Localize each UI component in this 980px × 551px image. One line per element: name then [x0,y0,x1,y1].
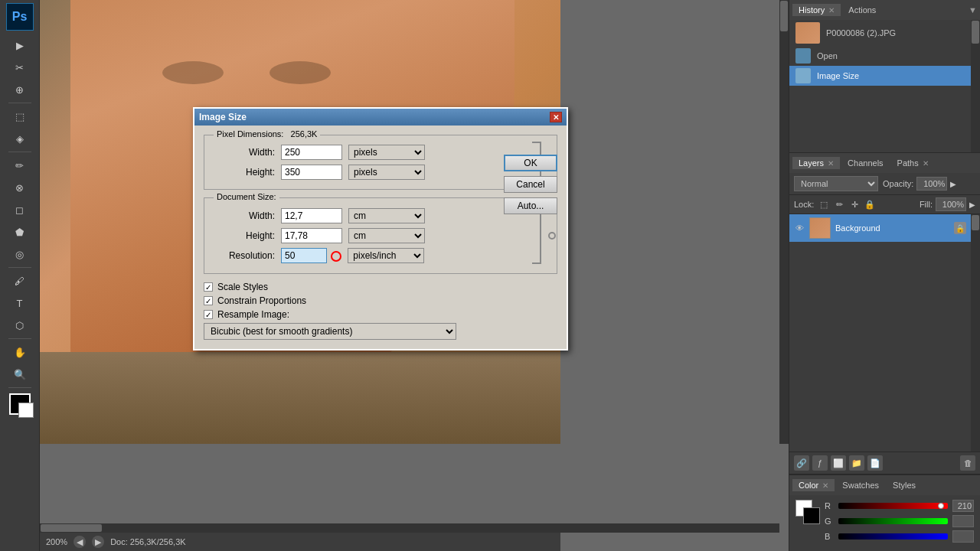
lock-move-icon[interactable]: ✛ [849,199,860,210]
shape-tool[interactable]: ⬡ [7,315,33,336]
swatches-tab[interactable]: Swatches [836,479,885,491]
dialog-close-button[interactable]: ✕ [550,112,562,122]
eraser-tool[interactable]: ◻ [7,199,33,220]
resample-image-checkbox[interactable] [204,310,213,319]
brush-tool[interactable]: ✏ [7,155,33,176]
lock-brush-icon[interactable]: ✏ [834,199,844,210]
resolution-input-wrapper [281,248,341,263]
history-imagesize-icon [795,68,811,83]
background-layer[interactable]: 👁 Background 🔒 [789,214,971,242]
lasso-tool[interactable]: ✂ [7,57,33,78]
canvas-hscrollbar-thumb[interactable] [41,524,102,532]
clone-tool[interactable]: ⊗ [7,177,33,198]
hand-tool[interactable]: ✋ [7,341,33,363]
cancel-button[interactable]: Cancel [504,176,557,193]
color-tab-close[interactable]: ✕ [822,481,828,490]
text-tool[interactable]: T [7,292,33,314]
history-vscrollbar-thumb[interactable] [972,21,979,44]
color-panel-tabs: Color ✕ Swatches Styles [789,475,980,495]
doc-height-unit[interactable]: cm inches mm [348,228,425,243]
color-g-slider[interactable] [838,518,948,524]
color-g-value[interactable] [952,515,974,527]
pixel-height-unit[interactable]: pixels percent [348,165,425,180]
history-tab[interactable]: History ✕ [792,4,841,16]
color-b-value[interactable] [952,530,974,543]
color-g-row: G [825,515,974,527]
panel-menu-icon[interactable]: ▼ [969,5,977,15]
blur-tool[interactable]: ◎ [7,243,33,265]
opacity-input[interactable] [916,177,947,191]
new-group-icon[interactable]: 📁 [849,455,864,471]
canvas-vscrollbar[interactable] [779,0,789,444]
canvas-hscrollbar[interactable] [40,523,779,533]
layers-bottom-bar: 🔗 ƒ ⬜ 📁 📄 🗑 [789,452,980,474]
color-r-value[interactable] [952,500,974,512]
color-tab[interactable]: Color ✕ [792,479,835,491]
color-r-slider-thumb[interactable] [938,503,944,509]
move-tool[interactable]: ▶ [7,34,33,56]
resolution-unit[interactable]: pixels/inch pixels/cm [348,248,424,263]
fill-input[interactable] [936,197,966,211]
history-scroll-content: P0000086 (2).JPG Open Image Size [789,20,971,152]
constrain-proportions-checkbox[interactable] [204,296,213,305]
delete-layer-icon[interactable]: 🗑 [960,455,975,471]
doc-width-input[interactable] [281,208,342,223]
lock-all-icon[interactable]: 🔒 [864,199,875,210]
scale-styles-checkbox[interactable] [204,282,213,292]
actions-tab[interactable]: Actions [842,4,882,16]
resample-select[interactable]: Bicubic (best for smooth gradients) Near… [204,323,456,340]
dialog-titlebar[interactable]: Image Size ✕ [194,109,567,126]
layers-tab[interactable]: Layers ✕ [792,157,840,169]
blend-mode-select[interactable]: Normal Multiply Screen Overlay [794,176,878,191]
color-r-slider[interactable] [838,503,948,509]
history-imagesize-item[interactable]: Image Size [789,66,971,86]
zoom-tool[interactable]: 🔍 [7,364,33,385]
doc-height-input[interactable] [281,228,342,243]
layers-vscrollbar-thumb[interactable] [972,215,979,230]
history-file-item[interactable]: P0000086 (2).JPG [789,20,971,46]
pixel-width-input[interactable] [281,145,342,160]
doc-width-unit[interactable]: cm inches mm [348,208,425,223]
auto-button[interactable]: Auto... [504,197,557,214]
history-vscrollbar[interactable] [971,20,980,152]
eyedropper-tool[interactable]: ◈ [7,128,33,149]
opacity-arrow[interactable]: ▶ [950,180,956,188]
gradient-tool[interactable]: ⬟ [7,221,33,243]
new-layer-icon[interactable]: 📄 [867,455,883,471]
layer-visibility-icon[interactable]: 👁 [794,223,805,233]
magic-wand-tool[interactable]: ⊕ [7,79,33,100]
pixel-width-unit[interactable]: pixels percent [348,145,425,160]
resolution-input[interactable] [281,248,327,263]
background-color[interactable] [18,403,34,418]
styles-tab[interactable]: Styles [887,479,922,491]
link-layers-icon[interactable]: 🔗 [794,455,809,471]
add-style-icon[interactable]: ƒ [812,455,828,471]
canvas-vscrollbar-thumb[interactable] [780,1,788,31]
resolution-row: Resolution: pixels/inch pixels/cm [214,248,529,263]
layer-lock-badge[interactable]: 🔒 [954,222,966,234]
foreground-color[interactable] [9,393,31,415]
pixel-height-input[interactable] [281,165,342,180]
color-b-slider[interactable] [838,533,948,540]
channels-tab[interactable]: Channels [841,157,889,169]
fill-arrow[interactable]: ▶ [969,201,975,209]
paths-tab-close[interactable]: ✕ [923,159,929,168]
pen-tool[interactable]: 🖋 [7,270,33,292]
constrain-proportions-row: Constrain Proportions [204,295,557,306]
scale-styles-label: Scale Styles [217,282,268,292]
add-mask-icon[interactable]: ⬜ [831,455,846,471]
status-prev-btn[interactable]: ◀ [74,536,86,548]
layers-tab-close[interactable]: ✕ [828,159,834,168]
lock-transparent-icon[interactable]: ⬚ [818,199,829,210]
status-next-btn[interactable]: ▶ [92,536,104,548]
history-tab-close[interactable]: ✕ [828,6,835,15]
image-size-dialog[interactable]: Image Size ✕ Pixel Dimensions: 256,3K Wi… [193,107,568,350]
color-g-label: G [825,517,834,526]
background-swatch[interactable] [803,507,820,524]
layers-vscrollbar[interactable] [971,214,980,452]
paths-tab[interactable]: Paths ✕ [891,157,935,169]
constrain-proportions-label: Constrain Proportions [217,295,306,306]
crop-tool[interactable]: ⬚ [7,106,33,127]
history-open-item[interactable]: Open [789,46,971,66]
ok-button[interactable]: OK [504,155,557,171]
